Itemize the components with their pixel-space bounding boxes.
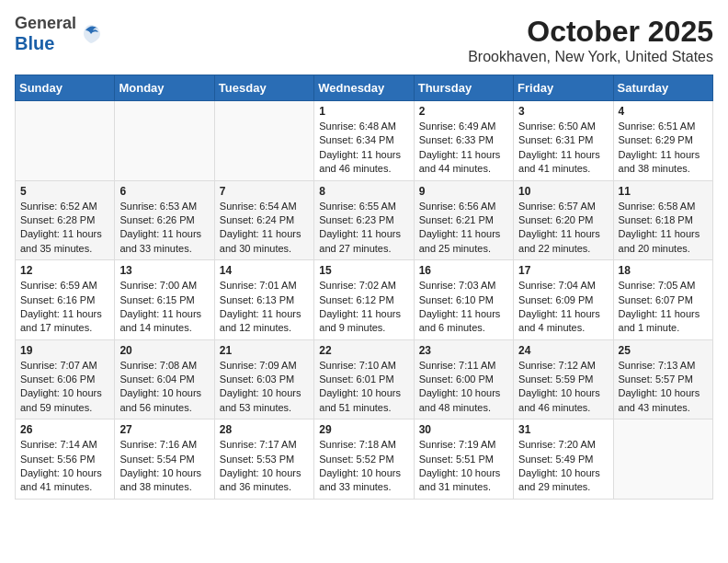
calendar-cell: 28Sunrise: 7:17 AMSunset: 5:53 PMDayligh… — [214, 419, 313, 500]
day-number: 17 — [518, 264, 608, 277]
day-info: Sunrise: 6:51 AM — [619, 120, 708, 133]
calendar-cell: 7Sunrise: 6:54 AMSunset: 6:24 PMDaylight… — [214, 180, 313, 260]
day-info: Sunrise: 7:14 AM — [20, 438, 109, 452]
day-number: 19 — [20, 344, 109, 357]
day-info: Daylight: 11 hours and 9 minutes. — [319, 307, 408, 336]
day-info: Sunrise: 7:18 AM — [319, 438, 408, 452]
day-number: 14 — [220, 264, 309, 277]
calendar-cell: 20Sunrise: 7:08 AMSunset: 6:04 PMDayligh… — [115, 339, 214, 419]
day-info: Sunset: 6:34 PM — [319, 133, 408, 147]
calendar-cell: 30Sunrise: 7:19 AMSunset: 5:51 PMDayligh… — [414, 419, 513, 500]
calendar-cell: 5Sunrise: 6:52 AMSunset: 6:28 PMDaylight… — [16, 180, 115, 260]
day-number: 1 — [319, 105, 408, 118]
day-info: Sunset: 6:12 PM — [319, 293, 408, 307]
day-number: 15 — [319, 264, 408, 277]
day-number: 12 — [20, 264, 109, 277]
day-info: Daylight: 11 hours and 6 minutes. — [419, 307, 508, 336]
day-info: Sunrise: 6:55 AM — [319, 200, 408, 213]
day-number: 7 — [220, 185, 309, 198]
day-info: Daylight: 10 hours and 46 minutes. — [518, 386, 608, 415]
day-info: Sunset: 6:00 PM — [419, 373, 508, 386]
calendar-cell: 21Sunrise: 7:09 AMSunset: 6:03 PMDayligh… — [214, 339, 313, 419]
calendar-cell — [16, 101, 115, 181]
day-header-wednesday: Wednesday — [314, 75, 414, 101]
day-info: Daylight: 11 hours and 20 minutes. — [619, 227, 708, 256]
day-info: Sunrise: 7:02 AM — [319, 279, 408, 293]
day-info: Sunrise: 7:17 AM — [220, 438, 309, 452]
calendar-cell — [214, 101, 313, 181]
logo-blue-text: Blue — [15, 33, 54, 53]
day-info: Sunrise: 7:11 AM — [419, 359, 508, 373]
day-info: Daylight: 10 hours and 33 minutes. — [319, 466, 408, 495]
day-number: 26 — [20, 423, 109, 436]
day-info: Sunset: 6:26 PM — [119, 213, 209, 227]
day-number: 25 — [619, 344, 708, 357]
day-number: 31 — [518, 423, 608, 436]
day-info: Daylight: 10 hours and 48 minutes. — [419, 386, 508, 415]
day-info: Daylight: 10 hours and 38 minutes. — [119, 466, 209, 495]
day-number: 30 — [419, 423, 508, 436]
day-info: Sunset: 6:21 PM — [419, 213, 508, 227]
day-info: Daylight: 11 hours and 38 minutes. — [619, 148, 708, 177]
page-subtitle: Brookhaven, New York, United States — [468, 49, 713, 65]
day-info: Sunrise: 7:01 AM — [220, 279, 309, 293]
day-info: Sunset: 5:56 PM — [20, 453, 109, 466]
day-info: Sunset: 6:16 PM — [20, 293, 109, 307]
day-info: Sunrise: 6:49 AM — [419, 120, 508, 133]
day-number: 2 — [419, 105, 508, 118]
calendar-cell — [115, 101, 214, 181]
calendar-week-5: 26Sunrise: 7:14 AMSunset: 5:56 PMDayligh… — [16, 419, 713, 500]
calendar-week-3: 12Sunrise: 6:59 AMSunset: 6:16 PMDayligh… — [16, 260, 713, 340]
logo-name: General Blue — [15, 15, 76, 54]
calendar-cell: 23Sunrise: 7:11 AMSunset: 6:00 PMDayligh… — [414, 339, 513, 419]
calendar-cell: 14Sunrise: 7:01 AMSunset: 6:13 PMDayligh… — [214, 260, 313, 340]
day-info: Sunrise: 6:58 AM — [619, 200, 708, 213]
day-header-tuesday: Tuesday — [214, 75, 313, 101]
day-info: Daylight: 11 hours and 22 minutes. — [518, 227, 608, 256]
day-number: 11 — [619, 185, 708, 198]
day-info: Sunrise: 7:00 AM — [119, 279, 209, 293]
day-info: Sunset: 6:33 PM — [419, 133, 508, 147]
day-info: Daylight: 11 hours and 1 minute. — [619, 307, 708, 336]
calendar-cell: 11Sunrise: 6:58 AMSunset: 6:18 PMDayligh… — [613, 180, 712, 260]
calendar-week-1: 1Sunrise: 6:48 AMSunset: 6:34 PMDaylight… — [16, 101, 713, 181]
day-header-saturday: Saturday — [613, 75, 712, 101]
day-info: Sunset: 6:13 PM — [220, 293, 309, 307]
day-info: Daylight: 11 hours and 27 minutes. — [319, 227, 408, 256]
calendar-cell: 25Sunrise: 7:13 AMSunset: 5:57 PMDayligh… — [613, 339, 712, 419]
calendar-cell: 13Sunrise: 7:00 AMSunset: 6:15 PMDayligh… — [115, 260, 214, 340]
day-info: Sunset: 6:10 PM — [419, 293, 508, 307]
day-info: Sunset: 6:23 PM — [319, 213, 408, 227]
day-info: Daylight: 11 hours and 41 minutes. — [518, 148, 608, 177]
day-info: Daylight: 11 hours and 33 minutes. — [119, 227, 209, 256]
day-number: 16 — [419, 264, 508, 277]
day-header-monday: Monday — [115, 75, 214, 101]
day-info: Sunrise: 7:19 AM — [419, 438, 508, 452]
calendar-cell: 19Sunrise: 7:07 AMSunset: 6:06 PMDayligh… — [16, 339, 115, 419]
day-info: Sunrise: 6:54 AM — [220, 200, 309, 213]
day-info: Sunset: 6:29 PM — [619, 133, 708, 147]
calendar-cell: 24Sunrise: 7:12 AMSunset: 5:59 PMDayligh… — [514, 339, 613, 419]
day-info: Sunset: 6:18 PM — [619, 213, 708, 227]
calendar-cell: 2Sunrise: 6:49 AMSunset: 6:33 PMDaylight… — [414, 101, 513, 181]
day-info: Sunrise: 6:48 AM — [319, 120, 408, 133]
day-info: Sunrise: 7:09 AM — [220, 359, 309, 373]
day-info: Daylight: 10 hours and 51 minutes. — [319, 386, 408, 415]
day-info: Daylight: 10 hours and 56 minutes. — [119, 386, 209, 415]
page-title: October 2025 — [468, 15, 713, 49]
day-number: 22 — [319, 344, 408, 357]
day-info: Daylight: 10 hours and 31 minutes. — [419, 466, 508, 495]
day-number: 27 — [119, 423, 209, 436]
calendar-cell: 29Sunrise: 7:18 AMSunset: 5:52 PMDayligh… — [314, 419, 414, 500]
day-info: Sunset: 5:53 PM — [220, 453, 309, 466]
day-header-friday: Friday — [514, 75, 613, 101]
day-info: Sunrise: 6:52 AM — [20, 200, 109, 213]
day-info: Daylight: 10 hours and 41 minutes. — [20, 466, 109, 495]
day-info: Daylight: 10 hours and 53 minutes. — [220, 386, 309, 415]
day-info: Sunset: 5:49 PM — [518, 453, 608, 466]
day-header-sunday: Sunday — [16, 75, 115, 101]
day-info: Sunset: 5:59 PM — [518, 373, 608, 386]
logo-general-text: General — [15, 14, 76, 32]
calendar-cell — [613, 419, 712, 500]
day-info: Daylight: 11 hours and 12 minutes. — [220, 307, 309, 336]
